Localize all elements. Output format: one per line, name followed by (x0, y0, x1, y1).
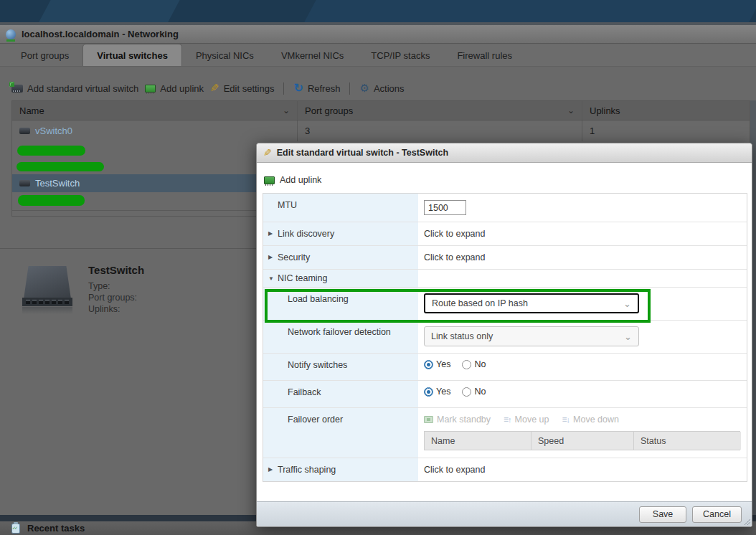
failover-col-name[interactable]: Name (425, 432, 531, 450)
failover-col-speed[interactable]: Speed (531, 432, 633, 450)
chevron-down-icon[interactable]: ⌄ (283, 105, 290, 115)
notify-switches-row: Notify switches Yes No (263, 354, 747, 381)
table-row[interactable]: vSwitch0 3 1 (12, 120, 750, 141)
tab-physical-nics[interactable]: Physical NICs (182, 45, 268, 66)
column-header-name[interactable]: Name ⌄ (12, 101, 297, 120)
details-type-label: Type: (88, 280, 137, 292)
gear-icon: ⚙ (359, 83, 369, 93)
add-uplink-button[interactable]: Add uplink (145, 83, 204, 94)
testswitch-link[interactable]: TestSwitch (35, 178, 80, 189)
switch-ports-image (22, 298, 72, 306)
mtu-label: MTU (263, 194, 418, 222)
link-discovery-label: ▶ Link discovery (263, 222, 418, 245)
nic-teaming-row[interactable]: ▼ NIC teaming (263, 270, 747, 288)
notify-switches-content: Yes No (418, 354, 747, 380)
window-titlebar: localhost.localdomain - Networking (0, 25, 756, 44)
mtu-content (418, 194, 747, 222)
load-balancing-value: Route based on IP hash (432, 298, 528, 308)
failover-detection-label: Network failover detection (263, 321, 418, 353)
column-header-port-groups[interactable]: Port groups ⌄ (297, 101, 582, 120)
port-groups-cell: 3 (297, 120, 582, 141)
failover-col-status[interactable]: Status (633, 432, 741, 450)
tab-firewall-rules[interactable]: Firewall rules (443, 45, 526, 66)
page-title: localhost.localdomain - Networking (22, 29, 179, 39)
failback-no-label: No (474, 387, 486, 397)
traffic-shaping-label: ▶ Traffic shaping (263, 458, 418, 481)
nic-icon (145, 85, 156, 93)
traffic-shaping-row[interactable]: ▶ Traffic shaping Click to expand (263, 458, 747, 481)
collapsed-arrow-icon[interactable]: ▶ (268, 254, 273, 260)
mtu-row: MTU (263, 194, 747, 222)
failback-label: Failback (263, 381, 418, 407)
details-uplinks-label: Uplinks: (88, 303, 137, 315)
link-discovery-expand-hint[interactable]: Click to expand (418, 222, 747, 245)
failover-order-row: Failover order Mark standby ≡↑ Move up ≡… (263, 408, 747, 458)
tab-tcpip-stacks[interactable]: TCP/IP stacks (357, 45, 443, 66)
nic-teaming-content (418, 270, 747, 287)
refresh-button[interactable]: ↻ Refresh (293, 83, 340, 94)
vswitch0-link[interactable]: vSwitch0 (35, 126, 72, 136)
mark-standby-button[interactable]: Mark standby (424, 415, 491, 425)
failback-row: Failback Yes No (263, 381, 747, 408)
pencil-icon: ✎ (210, 84, 219, 93)
load-balancing-select[interactable]: Route based on IP hash ⌄ (424, 293, 639, 313)
notify-switches-radio-group: Yes No (424, 359, 494, 369)
move-up-icon: ≡↑ (504, 415, 511, 425)
move-up-button[interactable]: ≡↑ Move up (504, 415, 549, 425)
failover-detection-select[interactable]: Link status only ⌄ (424, 326, 639, 346)
add-standard-virtual-switch-button[interactable]: Add standard virtual switch (11, 83, 138, 94)
expanded-arrow-icon[interactable]: ▼ (268, 275, 274, 282)
uplinks-cell: 1 (582, 120, 750, 141)
dialog-config-table: MTU ▶ Link discovery Click to expand ▶ S… (263, 193, 747, 482)
notify-switches-label: Notify switches (263, 354, 418, 380)
collapsed-arrow-icon[interactable]: ▶ (268, 466, 273, 473)
table-header-row: Name ⌄ Port groups ⌄ Uplinks (12, 100, 750, 120)
switch-device-image (24, 266, 71, 299)
chevron-down-icon[interactable]: ⌄ (567, 105, 575, 115)
move-down-button[interactable]: ≡↓ Move down (562, 415, 619, 425)
failover-detection-value: Link status only (431, 331, 493, 341)
link-discovery-row[interactable]: ▶ Link discovery Click to expand (263, 222, 747, 246)
notify-switches-no-radio[interactable] (462, 360, 471, 369)
notify-switches-no-label: No (474, 359, 486, 369)
refresh-icon: ↻ (293, 83, 303, 93)
failback-no-radio[interactable] (462, 387, 471, 397)
tasks-clipboard-icon (11, 524, 20, 534)
dialog-add-uplink-button[interactable]: Add uplink (264, 175, 321, 185)
cancel-button[interactable]: Cancel (692, 506, 742, 523)
load-balancing-row: Load balancing Route based on IP hash ⌄ (263, 288, 747, 321)
switch-reflection (22, 307, 72, 314)
details-title: TestSwitch (88, 264, 144, 276)
chevron-down-icon: ⌄ (624, 331, 632, 342)
collapsed-arrow-icon[interactable]: ▶ (268, 230, 273, 237)
security-row[interactable]: ▶ Security Click to expand (263, 246, 747, 270)
switch-name-cell: vSwitch0 (12, 120, 297, 141)
vswitch-icon (19, 128, 30, 134)
security-expand-hint[interactable]: Click to expand (418, 246, 747, 269)
dialog-title: Edit standard virtual switch - TestSwitc… (277, 148, 448, 158)
tab-virtual-switches[interactable]: Virtual switches (82, 44, 182, 66)
dialog-titlebar[interactable]: ✎ Edit standard virtual switch - TestSwi… (257, 143, 752, 163)
traffic-shaping-expand-hint[interactable]: Click to expand (418, 458, 747, 481)
actions-menu-button[interactable]: ⚙ Actions (359, 83, 404, 94)
top-banner (0, 0, 756, 22)
move-down-icon: ≡↓ (562, 415, 570, 425)
column-header-uplinks[interactable]: Uplinks (582, 101, 750, 120)
banner-pattern (32, 0, 184, 22)
tab-vmkernel-nics[interactable]: VMkernel NICs (268, 45, 357, 66)
redaction-bar (17, 146, 85, 156)
failover-order-toolbar: Mark standby ≡↑ Move up ≡↓ Move down (424, 415, 747, 425)
save-button[interactable]: Save (639, 506, 686, 523)
details-fields: Type: Port groups: Uplinks: (88, 280, 137, 315)
edit-settings-button[interactable]: ✎ Edit settings (210, 83, 274, 94)
tab-port-groups[interactable]: Port groups (7, 45, 82, 66)
notify-switches-yes-radio[interactable] (424, 360, 433, 369)
host-globe-icon (6, 29, 16, 39)
recent-tasks-label: Recent tasks (27, 523, 85, 534)
edit-vswitch-dialog: ✎ Edit standard virtual switch - TestSwi… (256, 143, 752, 527)
mtu-input[interactable] (424, 200, 466, 215)
dialog-footer: Save Cancel (257, 501, 752, 526)
tab-bar: Port groups Virtual switches Physical NI… (0, 44, 756, 67)
failover-detection-row: Network failover detection Link status o… (263, 321, 747, 354)
failback-yes-radio[interactable] (424, 387, 433, 397)
